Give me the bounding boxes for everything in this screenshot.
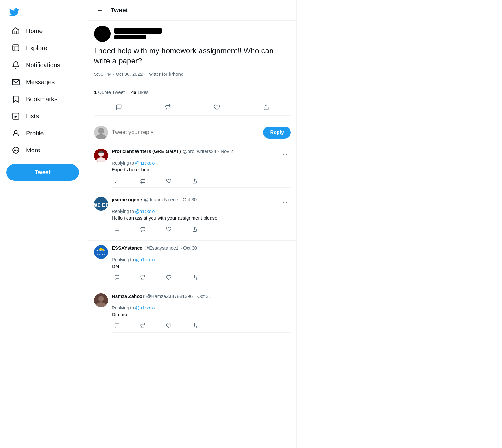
reply-item: WE DO jeanne ngene @JeanneNgene · Oct 30… — [88, 192, 296, 241]
reply-1-author-name: Proficient Writers (GRE GMAT) — [112, 149, 181, 154]
reply-input[interactable] — [112, 129, 259, 136]
reply-2-reply-btn[interactable] — [112, 224, 122, 234]
reply-1-mention[interactable]: @n1ckolo — [135, 161, 155, 166]
notifications-icon — [11, 61, 20, 69]
reply-3-top-row: ESSAYstance @Essaystance1 · Oct 30 ··· — [112, 245, 291, 256]
reply-3-retweet-btn[interactable] — [138, 273, 148, 283]
reply-1-content: Proficient Writers (GRE GMAT) @pro_write… — [112, 149, 291, 188]
reply-2-retweet-btn[interactable] — [138, 224, 148, 234]
reply-1-actions — [112, 175, 291, 188]
reply-3-replying-to: Replying to @n1ckolo — [112, 257, 291, 262]
reply-2-actions — [112, 223, 291, 236]
reply-2-mention[interactable]: @n1ckolo — [135, 209, 155, 214]
likes-stat[interactable]: 46 Likes — [131, 90, 149, 95]
sidebar-item-notifications[interactable]: Notifications — [6, 57, 65, 73]
svg-point-8 — [14, 150, 15, 150]
reply-2-author-name: jeanne ngene — [112, 197, 142, 202]
sidebar-item-messages-label: Messages — [26, 79, 55, 86]
more-icon — [11, 146, 20, 155]
sidebar-item-lists[interactable]: Lists — [6, 108, 65, 124]
reply-3-share-btn[interactable] — [189, 273, 200, 283]
svg-point-9 — [15, 150, 16, 150]
svg-rect-21 — [94, 245, 108, 259]
tweet-more-button[interactable]: ··· — [279, 28, 291, 39]
reply-4-more-button[interactable]: ··· — [279, 293, 291, 305]
reply-3-content: ESSAYstance @Essaystance1 · Oct 30 ··· R… — [112, 245, 291, 284]
reply-item: Proficient Writers (GRE GMAT) @pro_write… — [88, 144, 296, 192]
reply-3-avatar: ESSAY stance — [94, 245, 108, 259]
reply-1-more-button[interactable]: ··· — [279, 149, 291, 160]
reply-2-date: · Oct 30 — [180, 197, 197, 202]
svg-point-28 — [98, 296, 104, 302]
likes-count: 46 — [131, 90, 136, 95]
reply-submit-button[interactable]: Reply — [263, 127, 291, 139]
tweet-meta: 5:56 PM · Oct 30, 2022 · Twitter for iPh… — [94, 71, 291, 81]
reply-1-avatar — [94, 149, 108, 162]
reply-1-author-info: Proficient Writers (GRE GMAT) @pro_write… — [112, 149, 233, 154]
twitter-logo[interactable] — [6, 4, 22, 20]
share-action-button[interactable] — [260, 101, 272, 114]
reply-4-top-row: Hamza Zahoor @HamzaZa47881396 · Oct 31 ·… — [112, 293, 291, 305]
bookmarks-icon — [11, 95, 20, 103]
sidebar-item-profile[interactable]: Profile — [6, 125, 65, 141]
like-action-button[interactable] — [211, 101, 223, 114]
profile-icon — [11, 129, 20, 138]
sidebar-item-bookmarks-label: Bookmarks — [26, 96, 57, 103]
reply-1-reply-btn[interactable] — [112, 176, 122, 186]
reply-4-like-btn[interactable] — [164, 321, 174, 331]
tweet-author-row: ··· — [94, 26, 291, 42]
reply-1-retweet-btn[interactable] — [138, 176, 148, 186]
sidebar-item-home[interactable]: Home — [6, 23, 65, 39]
reply-2-top-row: jeanne ngene @JeanneNgene · Oct 30 ··· — [112, 197, 291, 208]
reply-4-reply-btn[interactable] — [112, 321, 122, 331]
sidebar-item-messages[interactable]: Messages — [6, 74, 65, 90]
messages-icon — [11, 78, 20, 86]
reply-4-retweet-btn[interactable] — [138, 321, 148, 331]
reply-3-like-btn[interactable] — [164, 273, 174, 283]
svg-rect-1 — [12, 79, 19, 85]
reply-4-mention[interactable]: @n1ckolo — [135, 305, 155, 310]
main-content: ← Tweet ··· I need help with my homework… — [88, 0, 297, 448]
svg-text:stance: stance — [97, 253, 105, 256]
reply-1-replying-to: Replying to @n1ckolo — [112, 161, 291, 166]
sidebar-item-profile-label: Profile — [26, 130, 44, 137]
reply-3-author-handle: @Essaystance1 — [144, 245, 179, 251]
reply-2-more-button[interactable]: ··· — [279, 197, 291, 208]
svg-point-6 — [15, 130, 17, 133]
reply-2-share-btn[interactable] — [189, 224, 200, 234]
quote-tweet-count: 1 — [94, 90, 97, 95]
sidebar-item-bookmarks[interactable]: Bookmarks — [6, 91, 65, 107]
retweet-action-button[interactable] — [162, 101, 174, 114]
reply-2-text: Hello i can assist you with your assignm… — [112, 215, 291, 221]
reply-4-share-btn[interactable] — [189, 321, 200, 331]
reply-1-share-btn[interactable] — [189, 176, 200, 186]
likes-label: Likes — [138, 90, 149, 95]
main-nav: Home Explore Notifications — [6, 23, 65, 159]
sidebar-item-explore[interactable]: Explore — [6, 40, 65, 56]
tweet-author-avatar — [94, 26, 111, 42]
reply-3-mention[interactable]: @n1ckolo — [135, 257, 155, 262]
reply-2-like-btn[interactable] — [164, 224, 174, 234]
reply-4-actions — [112, 320, 291, 333]
sidebar-item-home-label: Home — [26, 27, 43, 35]
reply-3-more-button[interactable]: ··· — [279, 245, 291, 256]
back-button[interactable]: ← — [94, 4, 105, 16]
sidebar-item-explore-label: Explore — [26, 44, 47, 52]
lists-icon — [11, 112, 20, 121]
reply-1-text: Experts here..hmu — [112, 167, 291, 172]
sidebar-item-more[interactable]: More — [6, 142, 65, 158]
reply-1-like-btn[interactable] — [164, 176, 174, 186]
tweet-text: I need help with my homework assignment!… — [94, 46, 291, 66]
reply-3-reply-btn[interactable] — [112, 273, 122, 283]
home-icon — [11, 27, 20, 35]
sidebar-item-more-label: More — [26, 147, 40, 154]
reply-2-author-handle: @JeanneNgene — [144, 197, 178, 202]
tweet-author-name-block — [114, 28, 162, 39]
reply-3-author-name: ESSAYstance — [112, 245, 142, 251]
reply-4-text: Dm me — [112, 312, 291, 317]
reply-4-content: Hamza Zahoor @HamzaZa47881396 · Oct 31 ·… — [112, 293, 291, 333]
quote-tweet-stat[interactable]: 1 Quote Tweet — [94, 90, 125, 95]
reply-4-date: · Oct 31 — [194, 293, 211, 299]
reply-action-button[interactable] — [112, 101, 125, 114]
tweet-compose-button[interactable]: Tweet — [6, 164, 79, 181]
